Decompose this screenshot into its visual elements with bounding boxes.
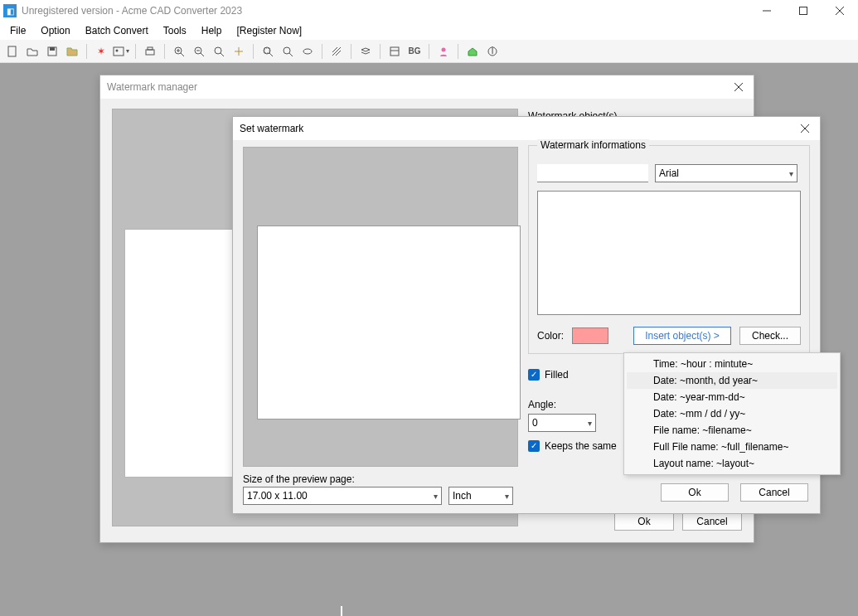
export-image-icon[interactable]: ▾ (112, 42, 130, 61)
unit-value: Inch (453, 490, 472, 502)
svg-rect-10 (148, 47, 153, 50)
home-icon[interactable] (463, 42, 482, 61)
cancel-button[interactable]: Cancel (682, 512, 742, 531)
chevron-down-icon: ▾ (789, 169, 793, 178)
unit-combo[interactable]: Inch ▾ (448, 487, 513, 505)
menu-bar: File Option Batch Convert Tools Help [Re… (0, 22, 858, 40)
svg-rect-22 (264, 48, 269, 53)
watermark-text-input[interactable] (537, 191, 801, 315)
dialog-title: Watermark manager (107, 81, 197, 93)
toolbar-separator (253, 44, 254, 59)
dialog-titlebar: Set watermark (233, 117, 820, 140)
toolbar-separator (164, 44, 165, 59)
svg-line-19 (221, 53, 224, 56)
ok-button[interactable]: Ok (614, 512, 674, 531)
user-icon[interactable] (434, 42, 453, 61)
dialog-button-row: Ok Cancel (614, 512, 742, 531)
svg-line-24 (289, 53, 293, 56)
ok-button[interactable]: Ok (661, 483, 729, 502)
svg-text:i: i (492, 46, 494, 56)
open-icon[interactable] (23, 42, 41, 61)
fit-icon[interactable] (298, 42, 317, 61)
svg-rect-26 (390, 47, 399, 56)
svg-line-21 (269, 53, 273, 56)
toolbar-separator (380, 44, 381, 59)
font-combo[interactable]: Arial ▾ (655, 164, 797, 182)
preview-size-label: Size of the preview page: (243, 473, 355, 485)
menu-item-filename[interactable]: File name: ~filename~ (627, 422, 837, 439)
svg-point-28 (442, 47, 446, 51)
hatch-icon[interactable] (327, 42, 346, 61)
menu-item-date-year-mm-dd[interactable]: Date: ~year-mm-dd~ (627, 389, 837, 405)
watermark-name-input[interactable] (537, 164, 648, 182)
check-button[interactable]: Check... (739, 327, 801, 345)
angle-label: Angle: (528, 399, 556, 410)
info-icon[interactable]: i (483, 42, 502, 61)
menu-item-layout-name[interactable]: Layout name: ~layout~ (627, 455, 837, 472)
zoom-out-icon[interactable] (190, 42, 208, 61)
caption-buttons (749, 0, 858, 22)
close-button[interactable] (822, 0, 858, 22)
export-pdf-icon[interactable]: ✶ (92, 42, 110, 61)
keeps-same-row: ✓ Keeps the same (528, 440, 617, 452)
svg-rect-9 (146, 50, 154, 55)
svg-point-8 (116, 49, 119, 51)
new-icon[interactable] (3, 42, 22, 61)
zoom-all-icon[interactable] (279, 42, 297, 61)
toolbar-separator (322, 44, 322, 59)
keeps-same-label: Keeps the same (545, 440, 617, 452)
svg-rect-7 (114, 47, 124, 56)
angle-combo[interactable]: 0 ▾ (528, 414, 596, 432)
menu-item-full-filename[interactable]: Full File name: ~full_filename~ (627, 439, 837, 455)
pan-icon[interactable] (230, 42, 248, 61)
menu-item-date-mm-dd-yy[interactable]: Date: ~mm / dd / yy~ (627, 405, 837, 422)
menu-help[interactable]: Help (195, 23, 229, 38)
menu-option[interactable]: Option (34, 23, 76, 38)
svg-rect-1 (800, 7, 807, 15)
folder-icon[interactable] (63, 42, 81, 61)
splitter-handle[interactable] (341, 606, 342, 616)
svg-point-23 (284, 47, 290, 54)
maximize-button[interactable] (785, 0, 822, 22)
svg-line-16 (201, 53, 204, 56)
zoom-window-icon[interactable] (259, 42, 277, 61)
menu-tools[interactable]: Tools (157, 23, 193, 38)
dialog-button-row: Ok Cancel (661, 483, 808, 502)
menu-file[interactable]: File (3, 23, 32, 38)
dialog-title: Set watermark (240, 123, 303, 134)
menu-batch-convert[interactable]: Batch Convert (79, 23, 155, 38)
svg-rect-6 (50, 47, 55, 51)
minimize-button[interactable] (749, 0, 785, 22)
filled-label: Filled (545, 369, 569, 381)
filled-row: ✓ Filled (528, 369, 569, 381)
toolbar-separator (458, 44, 458, 59)
menu-item-time[interactable]: Time: ~hour : mintute~ (627, 356, 837, 372)
svg-point-25 (303, 49, 312, 54)
keeps-same-checkbox[interactable]: ✓ (528, 440, 540, 452)
properties-icon[interactable] (385, 42, 404, 61)
page-size-combo[interactable]: 17.00 x 11.00 ▾ (243, 487, 442, 505)
menu-register-now[interactable]: [Register Now] (230, 23, 308, 38)
svg-point-18 (215, 47, 221, 54)
cancel-button[interactable]: Cancel (740, 483, 808, 502)
insert-object-menu: Time: ~hour : mintute~ Date: ~month, dd … (623, 352, 841, 475)
bg-text-icon[interactable]: BG (405, 42, 424, 61)
zoom-in-icon[interactable] (170, 42, 188, 61)
toolbar: ✶ ▾ BG i (0, 40, 858, 63)
color-label: Color: (537, 330, 564, 342)
page-size-value: 17.00 x 11.00 (247, 490, 308, 502)
zoom-extents-icon[interactable] (210, 42, 228, 61)
insert-object-button[interactable]: Insert object(s) > (633, 327, 731, 345)
close-icon[interactable] (730, 79, 747, 95)
menu-item-date-month-dd-year[interactable]: Date: ~month, dd year~ (627, 372, 837, 389)
print-icon[interactable] (141, 42, 159, 61)
toolbar-separator (86, 44, 87, 59)
filled-checkbox[interactable]: ✓ (528, 369, 540, 381)
watermark-info-group: Watermark informations Arial ▾ Color: In… (528, 145, 810, 354)
layers-icon[interactable] (356, 42, 375, 61)
close-icon[interactable] (797, 120, 813, 137)
color-row: Color: Insert object(s) > Check... (537, 327, 801, 345)
color-swatch[interactable] (572, 327, 608, 344)
save-icon[interactable] (43, 42, 61, 61)
toolbar-separator (351, 44, 351, 59)
